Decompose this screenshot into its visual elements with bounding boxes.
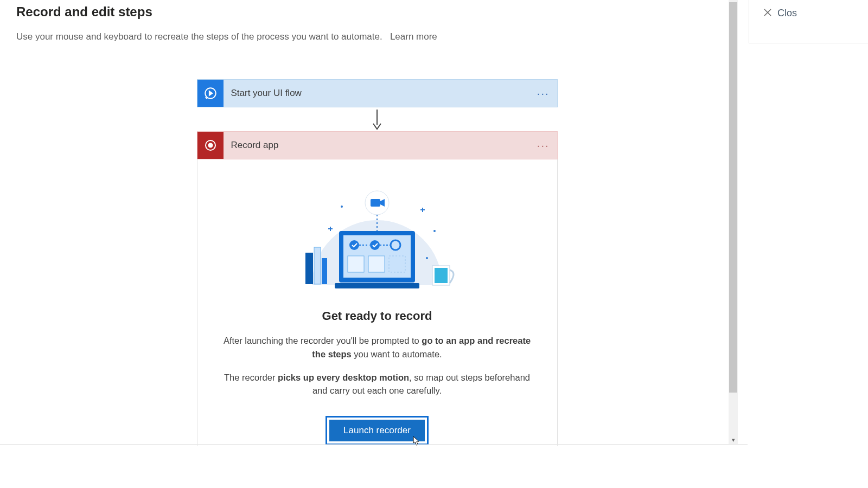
- svg-point-3: [208, 143, 213, 148]
- svg-rect-19: [348, 256, 364, 272]
- scroll-down-icon[interactable]: ▾: [729, 436, 738, 444]
- record-paragraph-1: After launching the recorder you'll be p…: [219, 334, 535, 361]
- svg-rect-23: [314, 247, 321, 284]
- launch-recorder-focus-ring: Launch recorder: [326, 416, 429, 445]
- close-icon: [763, 8, 772, 19]
- flow-arrow: [197, 107, 558, 131]
- ellipsis-icon[interactable]: ···: [537, 132, 550, 159]
- step-start-label: Start your UI flow: [224, 80, 557, 107]
- svg-point-14: [349, 240, 359, 250]
- recorder-illustration: [219, 177, 535, 296]
- p1-pre: After launching the recorder you'll be p…: [224, 336, 422, 345]
- main-content: Record and edit steps Use your mouse and…: [16, 0, 738, 446]
- page-subtitle: Use your mouse and keyboard to recreate …: [16, 31, 738, 42]
- record-app-body: Get ready to record After launching the …: [197, 159, 558, 446]
- ellipsis-icon[interactable]: ···: [537, 80, 550, 107]
- step-start-ui-flow[interactable]: Start your UI flow ···: [197, 79, 558, 107]
- record-paragraph-2: The recorder picks up every desktop moti…: [219, 371, 535, 398]
- learn-more-link[interactable]: Learn more: [390, 31, 437, 42]
- p2-pre: The recorder: [224, 373, 278, 382]
- svg-point-6: [426, 257, 428, 259]
- svg-point-7: [341, 206, 343, 208]
- flow-column: Start your UI flow ··· Record app: [197, 79, 558, 446]
- side-panel: Clos: [749, 0, 868, 43]
- divider: [0, 444, 748, 445]
- step-record-app[interactable]: Record app ···: [197, 131, 558, 159]
- svg-rect-24: [322, 258, 327, 284]
- close-button[interactable]: Clos: [763, 8, 797, 19]
- launch-recorder-button[interactable]: Launch recorder: [329, 420, 425, 441]
- svg-rect-9: [371, 199, 380, 207]
- record-icon: [197, 132, 224, 159]
- svg-point-5: [433, 230, 436, 232]
- vertical-scrollbar[interactable]: ▾: [729, 0, 738, 445]
- p1-post: you want to automate.: [352, 349, 442, 359]
- svg-rect-13: [335, 283, 419, 288]
- subtitle-text: Use your mouse and keyboard to recreate …: [16, 31, 382, 42]
- svg-rect-22: [305, 253, 313, 284]
- svg-rect-20: [368, 256, 385, 272]
- svg-point-16: [370, 240, 380, 250]
- page-title: Record and edit steps: [16, 4, 738, 20]
- play-icon: [197, 80, 224, 107]
- p2-bold: picks up every desktop motion: [278, 373, 409, 382]
- svg-rect-26: [435, 268, 448, 283]
- step-record-label: Record app: [224, 132, 557, 159]
- camera-icon: [371, 199, 385, 207]
- scrollbar-thumb[interactable]: [729, 2, 737, 393]
- record-heading: Get ready to record: [219, 309, 535, 323]
- close-label: Clos: [777, 8, 797, 19]
